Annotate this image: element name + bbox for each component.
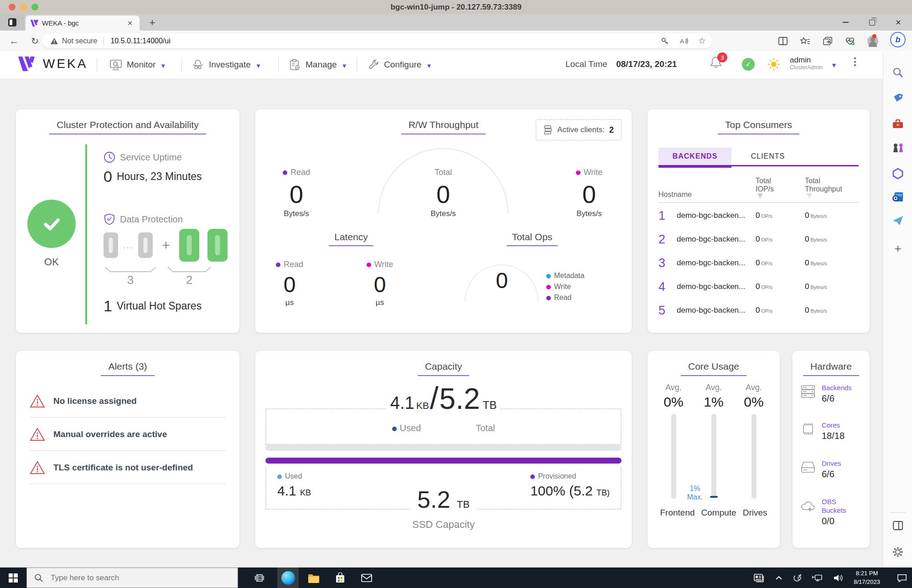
network-icon[interactable] [812,573,823,583]
menu-configure[interactable]: Configure ▼ [368,56,432,74]
not-secure-label: Not secure [62,37,97,45]
tab-title: WEKA - bgc [42,19,125,27]
hardware-drives: Drives6/6 [800,459,841,480]
theme-sun-icon[interactable] [767,58,780,71]
capacity-used-bar [265,445,622,451]
alert-item[interactable]: No license assigned [30,385,226,418]
password-key-icon[interactable] [661,37,669,45]
user-chevron-down-icon[interactable]: ▼ [831,62,837,69]
refresh-icon[interactable]: ↻ [31,36,39,46]
copilot-icon[interactable]: b [883,32,912,47]
total-throughput-stat: Total 0 Bytes/s [416,168,471,218]
sidebar-m365-icon[interactable] [883,168,912,180]
sidebar-drop-icon[interactable] [883,215,912,226]
monitor-icon [109,59,122,71]
col-total-iops[interactable]: Total IOP/s [756,177,805,199]
total-ops-legend: Metadata Write Read [546,272,585,304]
settings-gear-icon[interactable] [883,546,912,558]
taskbar-store-button[interactable] [329,567,351,588]
menu-monitor-label: Monitor [127,60,155,70]
ssd-caption: SSD Capacity [255,519,632,531]
browser-tab[interactable]: WEKA - bgc ✕ [26,15,140,31]
widgets-icon[interactable] [753,573,765,583]
compute-max-marker [710,496,718,498]
cluster-health-check-icon[interactable]: ✓ [742,58,755,71]
remote-desktop-window: bgc-win10-jump - 20.127.59.73:3389 WEKA … [0,0,912,588]
favorites-list-icon[interactable] [800,36,811,46]
data-protection-diagram: ... + [104,229,228,262]
new-tab-button[interactable]: + [146,17,159,29]
sidebar-shopping-icon[interactable] [883,93,912,104]
divider [890,512,906,513]
alert-item[interactable]: Manual overrides are active [30,418,226,451]
window-close-button[interactable]: ✕ [886,14,911,31]
read-throughput-stat: Read 0 Bytes/s [269,168,324,218]
sidebar-search-icon[interactable] [883,67,912,78]
sidebar-add-icon[interactable]: + [883,242,912,256]
window-minimize-button[interactable] [833,14,858,31]
consumer-row[interactable]: 5 demo-bgc-backen... 0OP/s 0Bytes/s [658,299,859,322]
speaker-icon[interactable] [833,573,844,583]
menu-configure-label: Configure [384,60,421,70]
favorite-star-icon[interactable]: ☆ [698,36,706,46]
detective-icon [192,59,204,71]
sidebar-outlook-icon[interactable] [883,191,912,202]
system-tray: 8:21 PM 8/17/2023 [753,567,912,588]
taskbar-edge-button[interactable] [277,567,299,588]
taskbar-clock[interactable]: 8:21 PM 8/17/2023 [854,569,880,587]
write-dot [546,285,551,289]
read-latency-stat: Read 0 µs [264,260,315,307]
search-input[interactable] [50,573,225,583]
consumer-row[interactable]: 4 demo-bgc-backen... 0OP/s 0Bytes/s [658,275,859,299]
read-aloud-icon[interactable]: A [679,37,688,45]
url-text: 10.5.0.11:14000/ui [110,37,170,45]
windows-taskbar: 8:21 PM 8/17/2023 [0,567,912,588]
write-dot [367,263,371,267]
tray-sync-icon[interactable] [793,573,802,583]
service-uptime-header: Service Uptime [104,151,182,163]
tab-backends[interactable]: BACKENDS [658,148,731,165]
consumer-table-header: Hostname Total IOP/s Total Throughput [658,177,859,203]
collections-icon[interactable] [823,36,833,46]
kebab-menu-icon[interactable]: ••• [852,57,858,67]
clock-icon [104,151,115,163]
address-bar[interactable]: Not secure 10.5.0.11:14000/ui A ☆ [42,33,712,48]
taskbar-mail-button[interactable] [356,567,377,588]
parity-brace: 2 [166,266,212,287]
user-menu[interactable]: admin ClusterAdmin [790,56,823,71]
active-clients-box[interactable]: Active clients: 2 [536,119,622,140]
search-icon [34,573,43,583]
sidebar-panel-icon[interactable] [883,521,912,531]
sidebar-tools-icon[interactable] [883,119,912,129]
profile-avatar[interactable] [867,36,878,46]
task-view-button[interactable] [249,567,270,588]
consumer-row[interactable]: 1 demo-bgc-backen... 0OP/s 0Bytes/s [658,204,859,227]
clients-stack-icon [544,125,553,135]
consumer-tabs: BACKENDS CLIENTS [658,148,859,165]
menu-investigate[interactable]: Investigate ▼ [192,56,261,74]
window-restore-button[interactable] [859,14,885,31]
notifications-button[interactable]: 3 [709,56,723,69]
start-button[interactable] [0,567,26,588]
taskbar-file-explorer-button[interactable] [303,567,324,588]
consumer-row[interactable]: 3 demo-bgc-backen... 0OP/s 0Bytes/s [658,251,859,275]
chevron-down-icon: ▼ [426,62,432,69]
tab-workspaces-icon[interactable] [0,14,25,31]
col-total-throughput[interactable]: Total Throughput [805,177,859,199]
browser-essentials-icon[interactable] [845,36,855,46]
compute-usage-track [711,414,716,499]
tray-expand-chevron-icon[interactable] [775,575,782,581]
sidebar-games-icon[interactable] [883,142,912,154]
split-screen-icon[interactable] [778,36,788,46]
alert-item[interactable]: TLS certificate is not user-defined [30,452,226,484]
drive-icon [800,459,816,475]
action-center-icon[interactable] [896,573,907,583]
tab-close-icon[interactable]: ✕ [125,19,135,27]
tab-clients[interactable]: CLIENTS [731,148,804,165]
back-icon[interactable]: ← [9,35,19,47]
consumer-row[interactable]: 2 demo-bgc-backen... 0OP/s 0Bytes/s [658,227,859,251]
menu-manage[interactable]: Manage ▼ [289,56,347,74]
menu-monitor[interactable]: Monitor ▼ [109,56,166,74]
card-title: Hardware [793,361,870,376]
taskbar-search[interactable] [26,567,238,588]
